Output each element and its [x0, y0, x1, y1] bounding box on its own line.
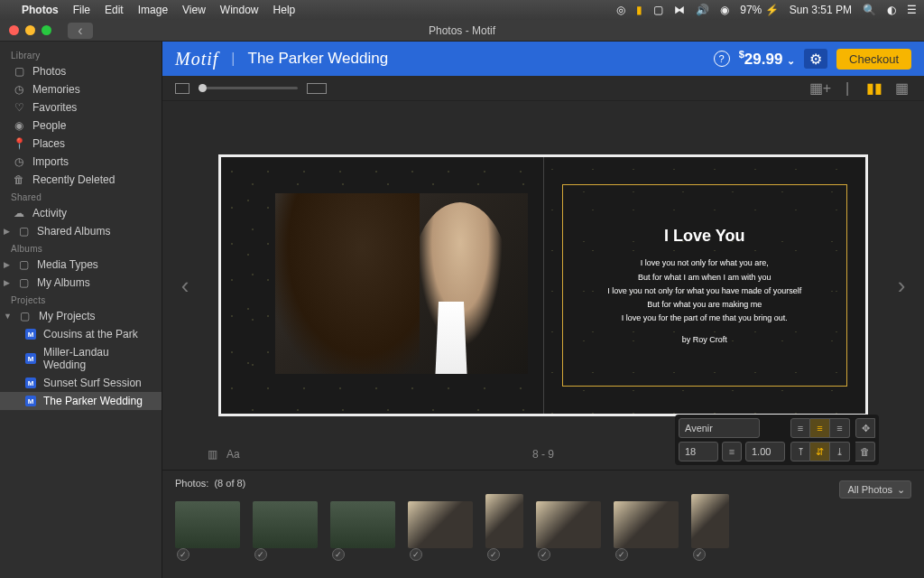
add-page-button[interactable]: ▦+ — [810, 80, 830, 97]
valign-top-button[interactable]: ⤒ — [790, 442, 810, 461]
grid-view-button[interactable]: ▦ — [892, 80, 911, 97]
thumbnail[interactable]: ✓ — [408, 501, 473, 548]
motif-header: Motif | The Parker Wedding ? $29.99 ⌄ ⚙ … — [162, 42, 924, 76]
menu-file[interactable]: File — [73, 4, 90, 16]
thumbnail[interactable]: ✓ — [253, 501, 318, 548]
sidebar-project-sunset[interactable]: MSunset Surf Session — [0, 374, 162, 392]
line-height-input[interactable] — [745, 442, 785, 461]
layout-view-button[interactable]: ▮▮ — [864, 80, 884, 97]
volume-icon[interactable]: 🔊 — [696, 4, 709, 16]
checkmark-icon[interactable]: ✓ — [410, 548, 422, 561]
line-spacing-icon[interactable]: ≡ — [722, 442, 742, 461]
text-frame[interactable]: I Love You I love you not only for what … — [562, 184, 848, 387]
thumbnail[interactable]: ✓ — [691, 494, 729, 548]
sidebar-recently-deleted[interactable]: 🗑Recently Deleted — [0, 171, 162, 189]
settings-button[interactable]: ⚙ — [804, 49, 827, 69]
thumbnail[interactable]: ✓ — [536, 501, 601, 548]
notification-center-icon[interactable]: ☰ — [907, 4, 917, 16]
font-family-select[interactable] — [679, 418, 760, 438]
main-area: Motif | The Parker Wedding ? $29.99 ⌄ ⚙ … — [162, 42, 924, 578]
thumbnail[interactable]: ✓ — [175, 501, 240, 548]
sidebar-project-miller[interactable]: MMiller-Landau Wedding — [0, 343, 162, 374]
prev-page-button[interactable]: ‹ — [171, 272, 199, 300]
spotlight-icon[interactable]: 🔍 — [863, 4, 876, 16]
photo-frame[interactable] — [275, 193, 528, 374]
close-window-button[interactable] — [9, 25, 19, 35]
checkmark-icon[interactable]: ✓ — [693, 548, 706, 561]
menu-view[interactable]: View — [182, 4, 206, 16]
thumbnail-strip: ✓ ✓ ✓ ✓ ✓ ✓ ✓ ✓ — [175, 494, 911, 548]
sidebar-activity[interactable]: ☁Activity — [0, 204, 162, 222]
price[interactable]: $29.99 ⌄ — [739, 49, 795, 69]
pin-icon: 📍 — [13, 137, 25, 150]
thumbnail[interactable]: ✓ — [330, 501, 395, 548]
app-menu[interactable]: Photos — [22, 4, 59, 16]
sidebar-my-projects[interactable]: ▼▢My Projects — [0, 307, 162, 325]
spread-view-icon[interactable] — [175, 83, 189, 94]
right-page[interactable]: I Love You I love you not only for what … — [544, 157, 866, 414]
valign-middle-button[interactable]: ⇵ — [810, 442, 830, 461]
battery-status[interactable]: 97% ⚡ — [740, 4, 778, 16]
cc-icon[interactable]: ◎ — [616, 4, 625, 16]
checkmark-icon[interactable]: ✓ — [332, 548, 345, 561]
disclosure-icon[interactable]: ▼ — [4, 312, 12, 321]
checkout-button[interactable]: Checkout — [836, 49, 911, 70]
sidebar-favorites[interactable]: ♡Favorites — [0, 98, 162, 117]
align-center-button[interactable]: ≡ — [810, 418, 830, 438]
siri-icon[interactable]: ◐ — [887, 4, 896, 16]
checkmark-icon[interactable]: ✓ — [487, 548, 500, 561]
sidebar-places[interactable]: 📍Places — [0, 135, 162, 153]
heart-icon: ♡ — [13, 101, 25, 114]
checkmark-icon[interactable]: ✓ — [615, 548, 628, 561]
text-format-panel: ≡ Book Roman Book Oblique Oblique Light … — [675, 415, 879, 465]
bluetooth-icon[interactable]: ⧓ — [674, 4, 685, 16]
menu-help[interactable]: Help — [273, 4, 296, 16]
zoom-slider[interactable] — [199, 87, 298, 89]
back-button[interactable]: ‹ — [68, 23, 93, 39]
sidebar-shared-albums[interactable]: ▶▢Shared Albums — [0, 222, 162, 240]
sidebar-project-parker[interactable]: MThe Parker Wedding — [0, 392, 162, 410]
thumbnail[interactable]: ✓ — [614, 501, 679, 548]
sidebar-my-albums[interactable]: ▶▢My Albums — [0, 274, 162, 292]
shield-icon[interactable]: ▮ — [636, 4, 642, 16]
left-page[interactable] — [221, 157, 544, 414]
minimize-window-button[interactable] — [25, 25, 35, 35]
page-view-icon[interactable] — [307, 83, 327, 94]
move-button[interactable]: ✥ — [855, 418, 875, 438]
valign-bottom-button[interactable]: ⤓ — [830, 442, 850, 461]
sidebar: Library ▢Photos ◷Memories ♡Favorites ◉Pe… — [0, 42, 162, 578]
wifi-icon[interactable]: ◉ — [720, 4, 729, 16]
menu-edit[interactable]: Edit — [105, 4, 124, 16]
sidebar-photos[interactable]: ▢Photos — [0, 62, 162, 80]
sidebar-memories[interactable]: ◷Memories — [0, 80, 162, 98]
book-spread[interactable]: I Love You I love you not only for what … — [218, 154, 868, 416]
next-page-button[interactable]: › — [888, 272, 915, 300]
disclosure-icon[interactable]: ▶ — [4, 227, 10, 236]
photo-filter-select[interactable]: All Photos — [839, 480, 911, 499]
menu-image[interactable]: Image — [138, 4, 168, 16]
maximize-window-button[interactable] — [42, 25, 51, 35]
disclosure-icon[interactable]: ▶ — [4, 278, 10, 287]
text-style-icon[interactable]: Aa — [226, 448, 240, 461]
sidebar-media-types[interactable]: ▶▢Media Types — [0, 256, 162, 274]
align-right-button[interactable]: ≡ — [830, 418, 850, 438]
menu-window[interactable]: Window — [220, 4, 259, 16]
layout-icon[interactable]: ▥ — [208, 448, 217, 461]
sidebar-people[interactable]: ◉People — [0, 117, 162, 135]
help-icon[interactable]: ? — [714, 51, 730, 67]
sidebar-imports[interactable]: ◷Imports — [0, 153, 162, 171]
thumbnail[interactable]: ✓ — [485, 494, 523, 548]
sidebar-project-cousins[interactable]: MCousins at the Park — [0, 325, 162, 343]
checkmark-icon[interactable]: ✓ — [538, 548, 550, 561]
disclosure-icon[interactable]: ▶ — [4, 260, 10, 269]
memories-icon: ◷ — [13, 83, 25, 96]
clock[interactable]: Sun 3:51 PM — [790, 4, 852, 16]
delete-button[interactable]: 🗑 — [855, 442, 875, 461]
airplay-icon[interactable]: ▢ — [653, 4, 663, 16]
motif-logo: Motif — [175, 49, 218, 70]
checkmark-icon[interactable]: ✓ — [177, 548, 189, 561]
photo-count-label: Photos: (8 of 8) — [175, 478, 911, 489]
font-size-input[interactable] — [679, 442, 718, 461]
align-left-button[interactable]: ≡ — [790, 418, 810, 438]
checkmark-icon[interactable]: ✓ — [254, 548, 267, 561]
